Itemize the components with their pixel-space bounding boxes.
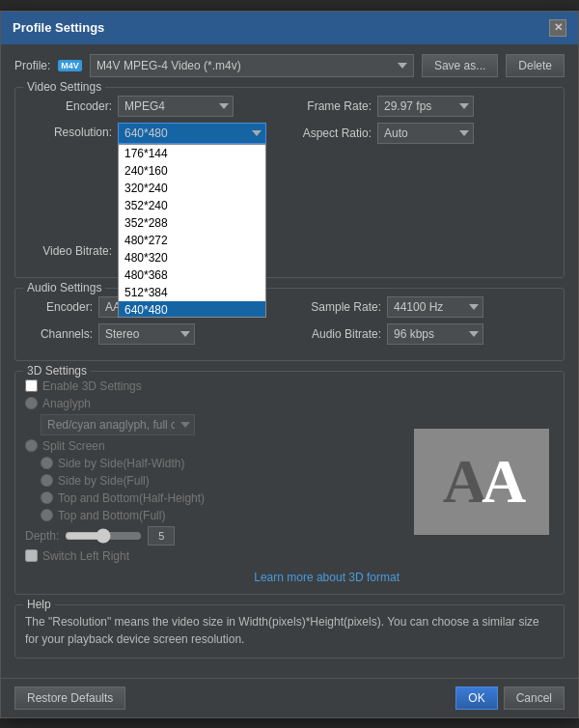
tb-half-radio[interactable] bbox=[41, 491, 53, 504]
anaglyph-label: Anaglyph bbox=[42, 397, 91, 410]
tb-half-row: Top and Bottom(Half-Height) bbox=[41, 491, 400, 505]
3d-settings-section: 3D Settings Enable 3D Settings Anaglyph … bbox=[14, 371, 565, 595]
anaglyph-row: Anaglyph bbox=[25, 397, 400, 410]
aspect-label: Aspect Ratio: bbox=[294, 126, 372, 140]
anaglyph-select[interactable]: Red/cyan anaglyph, full color bbox=[41, 414, 195, 435]
framerate-label: Frame Rate: bbox=[294, 99, 372, 113]
sbs-half-radio[interactable] bbox=[41, 457, 53, 469]
encoder-select[interactable]: MPEG4 bbox=[118, 96, 234, 117]
resolution-option-2[interactable]: 240*160 bbox=[119, 162, 265, 180]
learn-more-link[interactable]: Learn more about 3D format bbox=[254, 571, 400, 584]
resolution-option-5[interactable]: 352*288 bbox=[119, 214, 265, 232]
dialog-title: Profile Settings bbox=[13, 20, 104, 35]
sbs-full-row: Side by Side(Full) bbox=[41, 474, 400, 488]
title-bar: Profile Settings ✕ bbox=[1, 12, 578, 44]
resolution-row: Resolution: 640*480 176*144 240*160 320*… bbox=[25, 123, 285, 144]
aspect-select[interactable]: Auto bbox=[377, 123, 474, 144]
tb-full-row: Top and Bottom(Full) bbox=[41, 509, 400, 522]
dialog-body: Profile: M4V M4V MPEG-4 Video (*.m4v) Sa… bbox=[1, 44, 578, 678]
help-title: Help bbox=[23, 598, 55, 611]
video-settings-title: Video Settings bbox=[23, 80, 105, 94]
3d-right-col: AA bbox=[409, 379, 554, 584]
tb-half-label: Top and Bottom(Half-Height) bbox=[58, 491, 205, 505]
resolution-dropdown-container: 640*480 176*144 240*160 320*240 352*240 … bbox=[118, 123, 266, 144]
resolution-label: Resolution: bbox=[25, 123, 112, 139]
save-as-button[interactable]: Save as... bbox=[422, 54, 498, 77]
audio-settings-title: Audio Settings bbox=[23, 281, 105, 294]
help-text: The "Resolution" means the video size in… bbox=[25, 613, 554, 648]
encoder-row: Encoder: MPEG4 bbox=[25, 96, 285, 117]
framerate-select[interactable]: 29.97 fps bbox=[377, 96, 474, 117]
split-screen-label: Split Screen bbox=[42, 439, 105, 453]
switch-lr-checkbox[interactable] bbox=[25, 549, 38, 562]
resolution-option-1[interactable]: 176*144 bbox=[119, 145, 265, 162]
help-section: Help The "Resolution" means the video si… bbox=[14, 604, 565, 658]
resolution-select[interactable]: 640*480 bbox=[118, 123, 266, 144]
bitrate-label: Video Bitrate: bbox=[25, 244, 112, 258]
preview-a-light: A bbox=[482, 447, 520, 516]
bottom-bar: Restore Defaults OK Cancel bbox=[1, 678, 578, 717]
split-screen-row: Split Screen bbox=[25, 439, 400, 453]
sample-rate-select[interactable]: 44100 Hz bbox=[387, 296, 483, 318]
resolution-option-10[interactable]: 640*480 bbox=[119, 301, 265, 318]
title-bar-left: Profile Settings bbox=[13, 20, 104, 35]
channels-select[interactable]: Stereo bbox=[98, 323, 195, 345]
anaglyph-option-row: Red/cyan anaglyph, full color bbox=[41, 414, 400, 435]
close-button[interactable]: ✕ bbox=[549, 19, 566, 37]
audio-encoder-label: Encoder: bbox=[25, 300, 93, 314]
bottom-right: OK Cancel bbox=[455, 686, 565, 710]
resolution-option-7[interactable]: 480*320 bbox=[119, 249, 265, 266]
depth-row: Depth: 5 bbox=[25, 526, 400, 546]
enable-3d-row: Enable 3D Settings bbox=[25, 379, 400, 393]
depth-label: Depth: bbox=[25, 529, 59, 543]
channels-row: Channels: Stereo bbox=[25, 323, 285, 345]
switch-lr-label: Switch Left Right bbox=[42, 549, 129, 563]
preview-a-dark: A bbox=[443, 447, 482, 516]
sbs-half-label: Side by Side(Half-Width) bbox=[58, 457, 184, 470]
profile-select[interactable]: M4V MPEG-4 Video (*.m4v) bbox=[90, 54, 414, 77]
ok-button[interactable]: OK bbox=[455, 686, 497, 710]
audio-settings-section: Audio Settings Encoder: AAC Channels: St… bbox=[14, 288, 565, 361]
video-settings-inner: Encoder: MPEG4 Resolution: 640*480 1 bbox=[25, 96, 554, 267]
sample-rate-label: Sample Rate: bbox=[294, 300, 381, 314]
video-left-col: Encoder: MPEG4 Resolution: 640*480 1 bbox=[25, 96, 285, 267]
audio-right-col: Sample Rate: 44100 Hz Audio Bitrate: 96 … bbox=[294, 296, 554, 350]
video-right-col: Frame Rate: 29.97 fps Aspect Ratio: Auto bbox=[294, 96, 554, 267]
resolution-option-9[interactable]: 512*384 bbox=[119, 284, 265, 301]
preview-aa: AA bbox=[443, 446, 520, 518]
resolution-option-4[interactable]: 352*240 bbox=[119, 197, 265, 214]
enable-3d-checkbox[interactable] bbox=[25, 379, 38, 392]
tb-full-label: Top and Bottom(Full) bbox=[58, 509, 165, 522]
anaglyph-radio[interactable] bbox=[25, 397, 38, 409]
split-screen-radio[interactable] bbox=[25, 439, 38, 452]
3d-left-col: Enable 3D Settings Anaglyph Red/cyan ana… bbox=[25, 379, 400, 584]
profile-row: Profile: M4V M4V MPEG-4 Video (*.m4v) Sa… bbox=[14, 54, 565, 77]
aspect-row: Aspect Ratio: Auto bbox=[294, 123, 554, 144]
restore-defaults-button[interactable]: Restore Defaults bbox=[14, 686, 125, 710]
preview-box: AA bbox=[414, 429, 549, 535]
profile-icon: M4V bbox=[58, 60, 82, 71]
resolution-option-6[interactable]: 480*272 bbox=[119, 232, 265, 249]
profile-settings-dialog: Profile Settings ✕ Profile: M4V M4V MPEG… bbox=[0, 11, 579, 718]
delete-button[interactable]: Delete bbox=[506, 54, 565, 77]
resolution-option-8[interactable]: 480*368 bbox=[119, 266, 265, 284]
tb-full-radio[interactable] bbox=[41, 509, 53, 521]
channels-label: Channels: bbox=[25, 327, 93, 341]
video-settings-section: Video Settings Encoder: MPEG4 Resolution… bbox=[14, 87, 565, 278]
audio-settings-inner: Encoder: AAC Channels: Stereo Samp bbox=[25, 296, 554, 350]
audio-bitrate-label: Audio Bitrate: bbox=[294, 327, 381, 341]
switch-lr-row: Switch Left Right bbox=[25, 549, 400, 563]
audio-bitrate-row: Audio Bitrate: 96 kbps bbox=[294, 323, 554, 345]
depth-value: 5 bbox=[148, 526, 175, 546]
resolution-dropdown-list: 176*144 240*160 320*240 352*240 352*288 … bbox=[118, 144, 266, 318]
enable-3d-label: Enable 3D Settings bbox=[42, 379, 142, 393]
encoder-label: Encoder: bbox=[25, 99, 112, 113]
audio-bitrate-select[interactable]: 96 kbps bbox=[387, 323, 483, 345]
profile-label: Profile: bbox=[14, 59, 50, 72]
cancel-button[interactable]: Cancel bbox=[504, 686, 565, 710]
resolution-option-3[interactable]: 320*240 bbox=[119, 180, 265, 197]
sbs-full-label: Side by Side(Full) bbox=[58, 474, 150, 488]
sbs-full-radio[interactable] bbox=[41, 474, 53, 487]
depth-slider[interactable] bbox=[65, 529, 142, 543]
3d-settings-inner: Enable 3D Settings Anaglyph Red/cyan ana… bbox=[25, 379, 554, 584]
